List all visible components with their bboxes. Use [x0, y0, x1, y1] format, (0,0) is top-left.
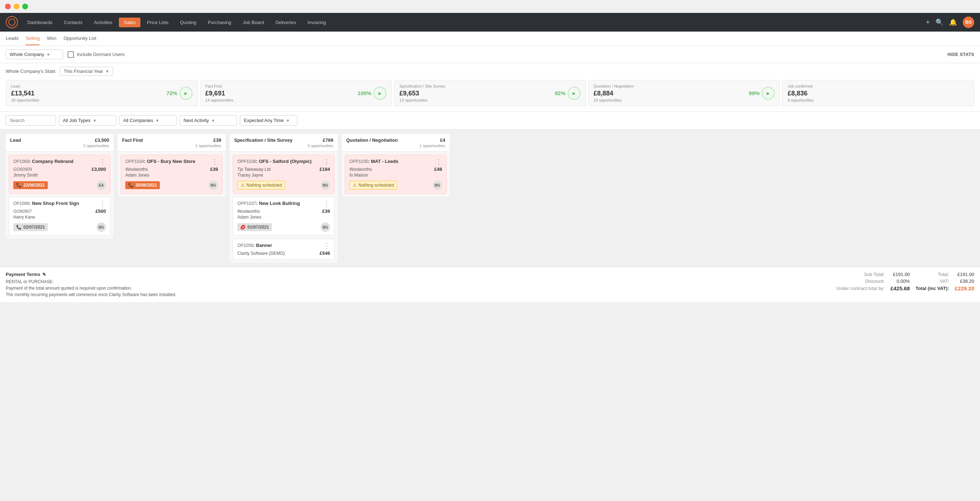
dormant-users-checkbox[interactable]: Include Dormant Users [67, 51, 125, 58]
stats-bar: Whole Company's Stats This Financial Yea… [0, 63, 980, 112]
nothing-text-2: Nothing scheduled [358, 183, 394, 188]
notifications-icon[interactable]: 🔔 [949, 18, 957, 26]
card-op1068-title: OP1068: New Shop Front Sign [13, 201, 99, 206]
maximize-button[interactable] [22, 3, 28, 10]
card-opp1038-nothing-badge: ⚠ Nothing scheduled [237, 181, 285, 189]
nav-activities[interactable]: Activities [89, 17, 117, 27]
subtotal-label: Sub Total: [836, 272, 885, 277]
col-lead-title: Lead [10, 138, 21, 143]
card-op1069-menu[interactable]: ⋮ [99, 159, 106, 165]
stage-confirmed-amount: £8,836 [788, 90, 969, 97]
card-op1068-date[interactable]: 📞 02/07/2021 [13, 223, 48, 231]
nav-price-lists[interactable]: Price Lists [142, 17, 173, 27]
expected-time-chevron-icon: ▼ [286, 119, 290, 123]
card-op1068-menu[interactable]: ⋮ [99, 201, 106, 207]
stage-lead-amount: £13,541 [11, 90, 192, 97]
phone-icon: 📞 [16, 183, 22, 188]
card-opp1038-person: Tracey Jayne [237, 173, 330, 178]
card-op1058[interactable]: OP1058: Banner ⋮ Clarity Software (DEMO)… [233, 239, 335, 260]
card-opp1034-company: Woolworths [125, 167, 148, 172]
subnav-selling[interactable]: Selling [25, 32, 40, 45]
card-opp1037-amount: £39 [322, 209, 330, 214]
search-input[interactable] [6, 115, 56, 125]
vat-value: £38.20 [955, 279, 974, 284]
minimize-button[interactable] [14, 3, 19, 10]
edit-icon[interactable]: ✎ [42, 272, 46, 277]
payment-line-3: The monthly recurring payments will comm… [6, 292, 836, 298]
card-opp1034-date[interactable]: 📞 30/06/2021 [125, 181, 160, 189]
nav-purchasing[interactable]: Purchasing [203, 17, 236, 27]
kanban-col-lead-cards: OP1069: Company Rebrand ⋮ GO60909 £3,000… [6, 152, 113, 239]
nav-invoicing[interactable]: Invoicing [302, 17, 331, 27]
nav-quoting[interactable]: Quoting [175, 17, 202, 27]
subnav-opportunity-list[interactable]: Opportunity List [64, 32, 96, 45]
stage-confirmed-opps: 9 opportunities [788, 98, 969, 102]
card-op1069-amount: £3,000 [92, 166, 106, 172]
card-opp1034[interactable]: OPP1034: OFS - Bury New Store ⋮ Woolwort… [121, 155, 223, 194]
card-opp1035-amount: £48 [434, 166, 442, 172]
card-op1068-amount: £500 [95, 209, 106, 214]
totals-grid: Sub Total: £191.00 Total: £191.00 Discou… [836, 272, 974, 292]
nav-sales[interactable]: Sales [119, 17, 141, 27]
company-selector[interactable]: Whole Company ▼ [6, 49, 63, 59]
companies-chevron-icon: ▼ [156, 119, 159, 123]
col-factfind-amount: £39 [213, 138, 221, 143]
companies-filter[interactable]: All Companies ▼ [119, 115, 177, 125]
stats-stage-quotation: Quotation / Negotiation £8,884 10 opport… [588, 80, 780, 106]
user-avatar[interactable]: BG [963, 16, 974, 28]
add-icon[interactable]: + [926, 19, 930, 26]
col-factfind-opps: 1 opportunities [122, 144, 221, 148]
job-types-filter[interactable]: All Job Types ▼ [59, 115, 116, 125]
stage-confirmed-label: Job confirmed [788, 84, 969, 88]
card-opp1034-menu[interactable]: ⋮ [212, 159, 218, 165]
card-op1068[interactable]: OP1068: New Shop Front Sign ⋮ GO60907 £5… [9, 197, 111, 236]
expected-time-filter[interactable]: Expected Any Time ▼ [240, 115, 298, 125]
stage-lead-label: Lead [11, 84, 192, 88]
col-quotation-title: Quotation / Negotiation [346, 138, 398, 143]
search-icon[interactable]: 🔍 [935, 18, 943, 26]
subnav-won[interactable]: Won [47, 32, 56, 45]
card-opp1037-date[interactable]: 💋 01/07/2021 [237, 223, 272, 231]
stage-lead-arrow-icon: ► [180, 87, 192, 100]
nav-job-board[interactable]: Job Board [238, 17, 269, 27]
hide-stats-button[interactable]: HIDE STATS [947, 52, 974, 57]
nav-dashboards[interactable]: Dashboards [22, 17, 57, 27]
card-op1058-menu[interactable]: ⋮ [323, 243, 330, 249]
card-op1069-date[interactable]: 📞 22/06/2021 [13, 181, 48, 189]
subnav-leads[interactable]: Leads [6, 32, 18, 45]
kanban-col-spec: Specification / Site Survey £769 3 oppor… [230, 134, 337, 263]
discount-label: Discount: [836, 279, 885, 284]
payment-terms-title: Payment Terms ✎ [6, 272, 836, 277]
stage-quotation-pct: 99% ► [749, 87, 775, 100]
top-nav: Dashboards Contacts Activities Sales Pri… [0, 13, 980, 32]
next-activity-filter[interactable]: Next Activity ▼ [180, 115, 237, 125]
col-spec-amount: £769 [323, 138, 333, 143]
card-opp1037[interactable]: OPP1037: New Look Bullring ⋮ Woolworths … [233, 197, 335, 236]
card-opp1038-menu[interactable]: ⋮ [323, 159, 330, 165]
stage-spec-pct: 92% ► [555, 87, 581, 100]
app-logo[interactable] [6, 16, 18, 29]
card-opp1034-title: OPP1034: OFS - Bury New Store [125, 159, 212, 164]
kanban-col-factfind-cards: OPP1034: OFS - Bury New Store ⋮ Woolwort… [118, 152, 226, 197]
card-opp1038[interactable]: OPP1038: OFS - Salford (Olympic) ⋮ Tjs T… [233, 155, 335, 194]
card-op1069[interactable]: OP1069: Company Rebrand ⋮ GO60909 £3,000… [9, 155, 111, 194]
nav-contacts[interactable]: Contacts [59, 17, 87, 27]
close-button[interactable] [5, 3, 11, 10]
card-op1069-date-text: 22/06/2021 [23, 183, 45, 188]
total-label: Total: [916, 272, 949, 277]
expected-time-label: Expected Any Time [244, 118, 284, 123]
col-spec-opps: 3 opportunities [234, 144, 333, 148]
stats-period-label: This Financial Year [64, 68, 103, 74]
nav-deliveries[interactable]: Deliveries [270, 17, 301, 27]
card-opp1034-date-text: 30/06/2021 [135, 183, 157, 188]
payment-line-1: RENTAL or PURCHASE: [6, 279, 836, 285]
job-types-chevron-icon: ▼ [93, 119, 97, 123]
card-opp1035[interactable]: OPP1035: MAT - Leeds ⋮ Woolworths £48 In… [345, 155, 447, 194]
card-opp1038-company: Tjs Takeaway Ltd [237, 167, 271, 172]
stats-period-selector[interactable]: This Financial Year ▼ [60, 67, 113, 76]
card-opp1037-menu[interactable]: ⋮ [323, 201, 330, 207]
kanban-col-factfind-header: Fact Find £39 1 opportunities [118, 134, 226, 152]
card-opp1035-menu[interactable]: ⋮ [436, 159, 442, 165]
card-op1058-amount: £546 [320, 251, 330, 256]
vat-label: VAT: [916, 279, 949, 284]
